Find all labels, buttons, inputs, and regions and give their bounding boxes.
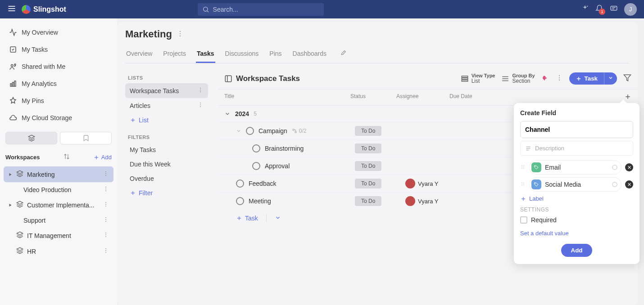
tasks-icon xyxy=(9,45,17,54)
layers-tab[interactable] xyxy=(5,132,57,144)
option-color-picker[interactable] xyxy=(612,182,617,187)
status-pill[interactable]: To Do xyxy=(355,179,381,188)
sparkle-icon[interactable] xyxy=(581,4,589,14)
nav-item-cloud[interactable]: My Cloud Storage xyxy=(4,109,113,126)
nav-item-tasks[interactable]: My Tasks xyxy=(4,41,113,58)
workspace-more-icon[interactable] xyxy=(103,216,109,224)
task-checkbox[interactable] xyxy=(236,179,244,188)
workspace-more-icon[interactable] xyxy=(103,186,109,193)
workspace-label: Marketing xyxy=(27,171,54,178)
new-task-label: Task xyxy=(585,75,598,82)
status-pill[interactable]: To Do xyxy=(355,196,381,206)
required-checkbox[interactable] xyxy=(520,216,527,224)
nav-item-activity[interactable]: My Overview xyxy=(4,24,113,41)
group-by-selector[interactable]: Group By Section xyxy=(501,73,535,84)
drag-handle-icon[interactable] xyxy=(520,181,526,188)
svg-point-85 xyxy=(522,168,522,169)
svg-point-65 xyxy=(559,77,560,78)
rocket-icon[interactable] xyxy=(541,74,549,83)
tasks-title: Workspace Tasks xyxy=(236,74,300,83)
add-task-chevron[interactable] xyxy=(275,215,281,222)
top-right-actions: 1 J xyxy=(581,3,637,16)
add-task-button[interactable]: Task xyxy=(236,215,258,222)
workspace-child-item[interactable]: Video Production xyxy=(4,182,113,197)
svg-point-39 xyxy=(105,248,106,249)
menu-icon[interactable] xyxy=(7,4,16,14)
list-item[interactable]: Articles xyxy=(125,98,208,113)
nav-item-share[interactable]: Shared with Me xyxy=(4,58,113,75)
workspace-more-icon[interactable] xyxy=(103,170,109,178)
filter-item-label: Overdue xyxy=(130,175,154,182)
tab-tasks[interactable]: Tasks xyxy=(196,46,215,63)
svg-point-86 xyxy=(523,168,524,169)
remove-option-button[interactable]: ✕ xyxy=(625,163,633,171)
workspace-item[interactable]: HR xyxy=(4,243,113,259)
svg-point-50 xyxy=(200,106,201,107)
submit-add-button[interactable]: Add xyxy=(561,244,593,257)
filter-item-label: Due this Week xyxy=(130,161,171,168)
view-type-selector[interactable]: View Type List xyxy=(461,73,495,84)
brand-logo[interactable]: Slingshot xyxy=(22,5,66,14)
section-name: 2024 xyxy=(235,110,249,117)
tab-pins[interactable]: Pins xyxy=(268,46,282,63)
field-description-input[interactable]: Description xyxy=(520,141,633,156)
workspace-child-item[interactable]: Support xyxy=(4,213,113,228)
required-checkbox-row[interactable]: Required xyxy=(520,216,633,224)
new-task-chevron[interactable] xyxy=(604,72,617,85)
workspace-more-icon[interactable] xyxy=(103,201,109,209)
chat-icon[interactable] xyxy=(610,4,618,14)
workspace-more-icon[interactable] xyxy=(103,232,109,239)
workspace-item[interactable]: Customer Implementa... xyxy=(4,197,113,213)
filter-item[interactable]: Due this Week xyxy=(125,157,208,171)
bookmark-tab[interactable] xyxy=(60,132,112,144)
filter-item[interactable]: My Tasks xyxy=(125,143,208,157)
tasks-toolbar: Workspace Tasks View Type List xyxy=(218,68,638,90)
search-input[interactable]: Search... xyxy=(198,3,324,16)
field-name-input[interactable] xyxy=(520,121,633,138)
task-checkbox[interactable] xyxy=(252,144,260,152)
option-pill[interactable]: Email xyxy=(529,160,621,175)
new-task-button[interactable]: Task xyxy=(569,72,604,85)
workspace-item[interactable]: IT Management xyxy=(4,228,113,243)
add-workspace-button[interactable]: Add xyxy=(93,154,112,161)
edit-tabs-icon[interactable] xyxy=(336,46,350,63)
tab-overview[interactable]: Overview xyxy=(125,46,153,63)
page-more-icon[interactable] xyxy=(177,30,184,39)
add-option-button[interactable]: Label xyxy=(520,195,633,202)
task-checkbox[interactable] xyxy=(236,197,244,205)
status-pill[interactable]: To Do xyxy=(355,144,381,153)
filter-icon[interactable] xyxy=(623,74,631,83)
set-default-link[interactable]: Set a default value xyxy=(520,230,633,237)
filter-item[interactable]: Overdue xyxy=(125,171,208,186)
workspace-item[interactable]: Marketing xyxy=(4,166,113,182)
avatar[interactable]: J xyxy=(624,3,637,16)
workspace-more-icon[interactable] xyxy=(103,247,109,255)
status-pill[interactable]: To Do xyxy=(355,161,381,171)
workspace-child-label: Video Production xyxy=(23,186,71,193)
option-swatch-icon xyxy=(531,179,541,189)
svg-point-91 xyxy=(523,184,524,184)
task-checkbox[interactable] xyxy=(246,127,254,135)
drag-handle-icon[interactable] xyxy=(520,164,526,171)
status-pill[interactable]: To Do xyxy=(355,126,381,136)
remove-option-button[interactable]: ✕ xyxy=(625,180,633,188)
list-item[interactable]: Workspace Tasks xyxy=(125,83,208,98)
page-header: Marketing OverviewProjectsTasksDiscussio… xyxy=(117,22,638,63)
view-type-value: List xyxy=(472,78,495,84)
toolbar-more-icon[interactable] xyxy=(556,74,563,83)
tab-projects[interactable]: Projects xyxy=(162,46,187,63)
nav-item-pin[interactable]: My Pins xyxy=(4,92,113,109)
task-checkbox[interactable] xyxy=(252,162,260,170)
list-more-icon[interactable] xyxy=(197,87,204,94)
bell-icon[interactable]: 1 xyxy=(595,4,603,14)
svg-point-25 xyxy=(105,190,106,191)
nav-item-chart[interactable]: My Analytics xyxy=(4,75,113,92)
tab-discussions[interactable]: Discussions xyxy=(224,46,260,63)
add-filter-button[interactable]: Filter xyxy=(125,186,208,200)
option-color-picker[interactable] xyxy=(612,165,617,170)
list-more-icon[interactable] xyxy=(197,102,204,109)
sort-icon[interactable] xyxy=(63,153,70,161)
option-pill[interactable]: Social Media xyxy=(529,177,621,192)
tab-dashboards[interactable]: Dashboards xyxy=(292,46,328,63)
add-list-button[interactable]: List xyxy=(125,113,208,127)
